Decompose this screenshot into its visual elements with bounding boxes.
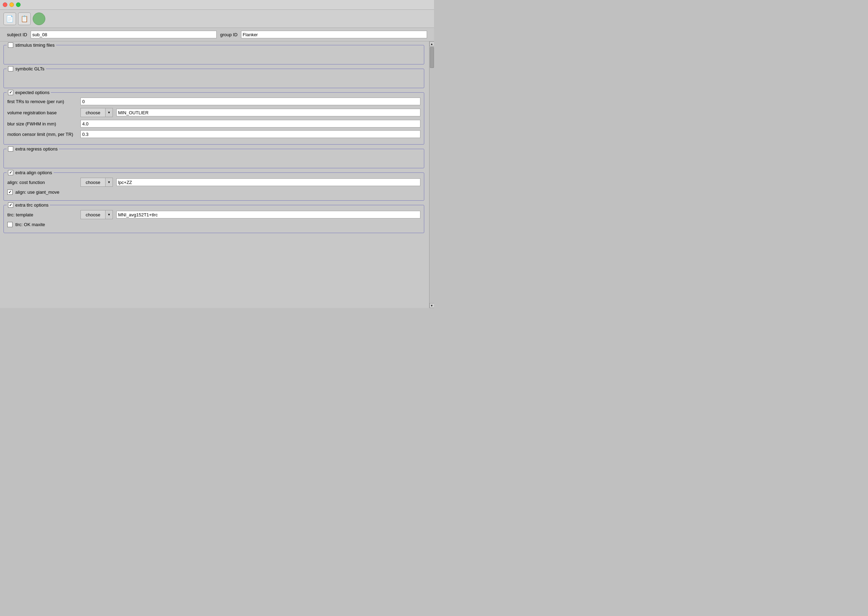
extra-regress-legend: extra regress options xyxy=(6,146,59,152)
document-icon: 📄 xyxy=(6,15,14,23)
extra-align-legend: extra align options xyxy=(6,170,53,175)
extra-regress-checkbox[interactable] xyxy=(8,146,13,152)
blur-label: blur size (FWHM in mm) xyxy=(7,121,77,126)
scroll-up-arrow[interactable]: ▲ xyxy=(430,41,434,46)
scroll-down-arrow[interactable]: ▼ xyxy=(430,303,434,308)
first-trs-label: first TRs to remove (per run) xyxy=(7,99,77,104)
close-button[interactable] xyxy=(3,2,7,7)
tlrc-template-input[interactable] xyxy=(116,211,421,218)
tlrc-template-dropdown: choose ▼ xyxy=(80,210,113,219)
stimulus-timing-section: stimulus timing files xyxy=(3,45,424,64)
scroll-area[interactable]: stimulus timing files symbolic GLTs expe… xyxy=(0,41,429,308)
extra-regress-section: extra regress options xyxy=(3,149,424,168)
cost-fn-dropdown: choose ▼ xyxy=(80,178,113,187)
motion-input[interactable] xyxy=(80,130,421,138)
tlrc-template-label: tlrc: template xyxy=(7,212,77,217)
stimulus-timing-legend: stimulus timing files xyxy=(6,42,56,48)
vol-reg-arrow[interactable]: ▼ xyxy=(105,108,113,117)
stimulus-timing-title: stimulus timing files xyxy=(15,42,55,48)
copy-icon: 📋 xyxy=(20,15,28,23)
extra-align-title: extra align options xyxy=(15,170,52,175)
scroll-thumb[interactable] xyxy=(430,47,434,68)
giant-move-row: align: use giant_move xyxy=(7,190,421,195)
subject-bar: subject ID group ID xyxy=(0,28,434,41)
stimulus-timing-checkbox[interactable] xyxy=(8,42,13,48)
vol-reg-row: volume registration base choose ▼ xyxy=(7,108,421,117)
title-bar xyxy=(0,0,434,10)
ok-maxite-row: tlrc: OK maxite xyxy=(7,222,421,227)
blur-input[interactable] xyxy=(80,120,421,127)
expected-options-checkbox[interactable] xyxy=(8,90,13,95)
scrollbar[interactable]: ▲ ▼ xyxy=(429,41,434,308)
motion-label: motion censor limit (mm, per TR) xyxy=(7,132,77,137)
toolbar: 📄 📋 xyxy=(0,10,434,28)
cost-fn-label: align: cost function xyxy=(7,180,77,185)
tlrc-template-arrow[interactable]: ▼ xyxy=(105,210,113,219)
extra-tlrc-section: extra tlrc options tlrc: template choose… xyxy=(3,205,424,233)
expected-options-section: expected options first TRs to remove (pe… xyxy=(3,92,424,145)
tlrc-template-choose-button[interactable]: choose xyxy=(80,210,105,219)
symbolic-glts-section: symbolic GLTs xyxy=(3,69,424,88)
giant-move-label: align: use giant_move xyxy=(15,190,59,195)
blur-row: blur size (FWHM in mm) xyxy=(7,120,421,127)
group-id-label: group ID xyxy=(220,32,237,37)
copy-button[interactable]: 📋 xyxy=(18,13,31,25)
cost-fn-input[interactable] xyxy=(116,178,421,186)
tlrc-template-row: tlrc: template choose ▼ xyxy=(7,210,421,219)
minimize-button[interactable] xyxy=(9,2,14,7)
extra-align-section: extra align options align: cost function… xyxy=(3,173,424,201)
extra-tlrc-checkbox[interactable] xyxy=(8,203,13,207)
vol-reg-input[interactable] xyxy=(116,109,421,116)
subject-id-input[interactable] xyxy=(31,31,217,38)
main-content: stimulus timing files symbolic GLTs expe… xyxy=(0,41,434,308)
expected-options-title: expected options xyxy=(15,90,49,95)
cost-fn-row: align: cost function choose ▼ xyxy=(7,178,421,187)
symbolic-glts-legend: symbolic GLTs xyxy=(6,66,46,71)
giant-move-checkbox[interactable] xyxy=(7,190,13,195)
ok-maxite-label: tlrc: OK maxite xyxy=(15,222,45,227)
maximize-button[interactable] xyxy=(16,2,20,7)
run-button[interactable] xyxy=(33,13,45,25)
document-button[interactable]: 📄 xyxy=(3,13,16,25)
first-trs-row: first TRs to remove (per run) xyxy=(7,97,421,105)
expected-options-legend: expected options xyxy=(6,90,51,95)
cost-fn-choose-button[interactable]: choose xyxy=(80,178,105,187)
main-window: 📄 📋 subject ID group ID stimulus timing … xyxy=(0,0,434,308)
extra-tlrc-legend: extra tlrc options xyxy=(6,203,50,207)
symbolic-glts-checkbox[interactable] xyxy=(8,66,13,71)
extra-align-checkbox[interactable] xyxy=(8,170,13,175)
first-trs-input[interactable] xyxy=(80,97,421,105)
extra-regress-title: extra regress options xyxy=(15,146,58,152)
motion-row: motion censor limit (mm, per TR) xyxy=(7,130,421,138)
cost-fn-arrow[interactable]: ▼ xyxy=(105,178,113,187)
subject-id-label: subject ID xyxy=(7,32,27,37)
ok-maxite-checkbox[interactable] xyxy=(7,222,13,227)
vol-reg-label: volume registration base xyxy=(7,110,77,115)
symbolic-glts-title: symbolic GLTs xyxy=(15,66,45,71)
extra-tlrc-title: extra tlrc options xyxy=(15,203,49,207)
group-id-input[interactable] xyxy=(241,31,427,38)
vol-reg-dropdown: choose ▼ xyxy=(80,108,113,117)
vol-reg-choose-button[interactable]: choose xyxy=(80,108,105,117)
